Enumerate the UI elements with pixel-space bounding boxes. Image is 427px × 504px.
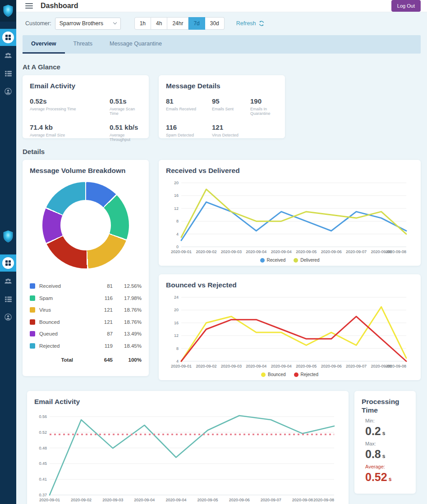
- svg-text:16: 16: [174, 321, 179, 325]
- sidebar-item-profile[interactable]: [0, 83, 16, 100]
- customer-select[interactable]: Sparrow Brothers: [55, 18, 121, 30]
- email-activity-chart[interactable]: 0.370.410.450.480.520.562020-09-012020-0…: [34, 413, 341, 503]
- legend-label: Queued: [39, 331, 58, 336]
- sidebar-item-users[interactable]: [0, 47, 16, 64]
- range-button-30d[interactable]: 30d: [205, 17, 225, 30]
- svg-text:2020-09-08: 2020-09-08: [386, 364, 406, 368]
- svg-text:12: 12: [174, 333, 179, 338]
- svg-text:2020-09-04: 2020-09-04: [246, 364, 266, 368]
- content: At A Glance Email Activity 0.52s Average…: [16, 54, 427, 504]
- sidebar-item-profile-secondary[interactable]: [0, 309, 16, 326]
- range-button-24hr[interactable]: 24hr: [167, 17, 188, 30]
- stat-emails-in-quarantine: 190 Emails In Quarantine: [250, 97, 278, 116]
- page-title: Dashboard: [41, 2, 78, 10]
- svg-text:2020-09-06: 2020-09-06: [229, 498, 250, 502]
- legend-row-received: Received 81 12.56%: [30, 280, 142, 292]
- controls-bar: Customer: Sparrow Brothers 1h4h24hr7d30d…: [16, 12, 427, 32]
- legend-text: Received: [267, 258, 286, 263]
- legend-value: 81: [89, 283, 113, 289]
- svg-text:2020-09-03: 2020-09-03: [102, 498, 123, 502]
- svg-text:24: 24: [174, 295, 179, 300]
- refresh-label: Refresh: [236, 20, 256, 27]
- grid-icon: [2, 32, 14, 43]
- svg-text:0.56: 0.56: [39, 414, 47, 419]
- legend-row-bounced: Bounced 121 18.76%: [30, 316, 142, 328]
- svg-text:8: 8: [176, 346, 179, 351]
- svg-text:2020-09-05: 2020-09-05: [296, 364, 317, 368]
- received-vs-delivered-chart[interactable]: 0481216202020-09-012020-09-022020-09-032…: [166, 179, 413, 255]
- legend-value: 87: [89, 331, 113, 336]
- chart-legend: ReceivedDelivered: [166, 258, 413, 263]
- sidebar-item-users-secondary[interactable]: [0, 272, 16, 290]
- legend-value: 119: [89, 343, 113, 349]
- tab-threats[interactable]: Threats: [65, 35, 101, 54]
- svg-text:0.41: 0.41: [39, 477, 47, 481]
- range-button-1h[interactable]: 1h: [134, 17, 151, 30]
- users-icon: [4, 278, 12, 285]
- users-icon: [4, 52, 12, 59]
- legend-swatch: [30, 295, 35, 301]
- svg-text:2020-09-03: 2020-09-03: [221, 250, 242, 254]
- tab-message-quarantine[interactable]: Message Quarantine: [101, 35, 170, 54]
- range-button-4h[interactable]: 4h: [151, 17, 167, 30]
- refresh-link[interactable]: Refresh: [236, 20, 265, 27]
- total-label: Total: [30, 357, 89, 363]
- svg-text:4: 4: [176, 232, 179, 236]
- svg-text:0.45: 0.45: [39, 461, 47, 466]
- chart-legend: BouncedRejected: [166, 372, 413, 377]
- sidebar-item-dashboard[interactable]: [0, 29, 16, 46]
- card-title: Processing Time: [362, 398, 409, 414]
- customer-label: Customer:: [25, 20, 51, 27]
- total-value: 645: [89, 357, 113, 363]
- donut-legend-table: Received 81 12.56%Spam 116 17.98%Virus 1…: [30, 280, 142, 366]
- min-value: 0.2s: [362, 425, 409, 438]
- legend-value: 116: [89, 295, 113, 301]
- range-button-7d[interactable]: 7d: [188, 17, 205, 30]
- shield-icon: [2, 5, 14, 17]
- legend-dot: [261, 372, 266, 377]
- sidebar-item-logs-secondary[interactable]: [0, 291, 16, 308]
- average-value: 0.52s: [362, 471, 409, 484]
- received-vs-delivered-card: Received vs Delivered 0481216202020-09-0…: [159, 160, 421, 266]
- bounced-vs-rejected-chart[interactable]: 48121620242020-09-012020-09-022020-09-03…: [166, 294, 413, 369]
- legend-swatch: [30, 319, 35, 325]
- app-logo-secondary[interactable]: [0, 226, 16, 247]
- legend-row-total: Total 645 100%: [30, 354, 142, 366]
- legend-text: Delivered: [300, 258, 319, 263]
- legend-swatch: [30, 331, 35, 336]
- card-title: Email Activity: [30, 82, 142, 90]
- person-icon: [5, 313, 12, 321]
- legend-item-bounced: Bounced: [261, 372, 285, 377]
- svg-text:20: 20: [174, 308, 179, 312]
- tab-overview[interactable]: Overview: [23, 35, 65, 54]
- list-icon: [5, 71, 12, 77]
- svg-text:0.37: 0.37: [39, 493, 47, 497]
- svg-text:2020-09-06: 2020-09-06: [321, 364, 342, 368]
- sidebar: [0, 0, 16, 504]
- legend-item-delivered: Delivered: [294, 258, 319, 263]
- email-activity-summary-card: Email Activity 0.52s Average Processing …: [23, 75, 149, 138]
- svg-text:2020-09-05: 2020-09-05: [296, 250, 317, 254]
- sidebar-item-dashboard-secondary[interactable]: [0, 254, 16, 272]
- grid-icon: [2, 257, 14, 269]
- svg-text:2020-09-07: 2020-09-07: [346, 364, 367, 368]
- svg-text:2020-09-04: 2020-09-04: [134, 498, 155, 502]
- legend-dot: [294, 372, 298, 377]
- section-heading-at-a-glance: At A Glance: [23, 63, 421, 71]
- legend-row-spam: Spam 116 17.98%: [30, 292, 142, 304]
- sidebar-item-logs[interactable]: [0, 65, 16, 82]
- app-logo[interactable]: [0, 0, 16, 22]
- logout-button[interactable]: Log Out: [391, 0, 421, 12]
- donut-chart[interactable]: [42, 182, 129, 268]
- legend-swatch: [30, 283, 35, 289]
- legend-row-virus: Virus 121 18.76%: [30, 304, 142, 316]
- menu-icon[interactable]: [25, 3, 33, 9]
- max-value: 0.8s: [362, 448, 409, 461]
- stat-avg-scan-time: 0.51s Average Scan Time: [110, 97, 142, 116]
- svg-text:2020-09-04: 2020-09-04: [271, 364, 292, 368]
- legend-label: Received: [39, 283, 61, 289]
- legend-percent: 12.56%: [113, 283, 142, 289]
- svg-text:8: 8: [176, 219, 179, 223]
- tab-bar: OverviewThreatsMessage Quarantine: [23, 35, 421, 54]
- message-details-card: Message Details 81 Emails Received 95 Em…: [159, 75, 285, 138]
